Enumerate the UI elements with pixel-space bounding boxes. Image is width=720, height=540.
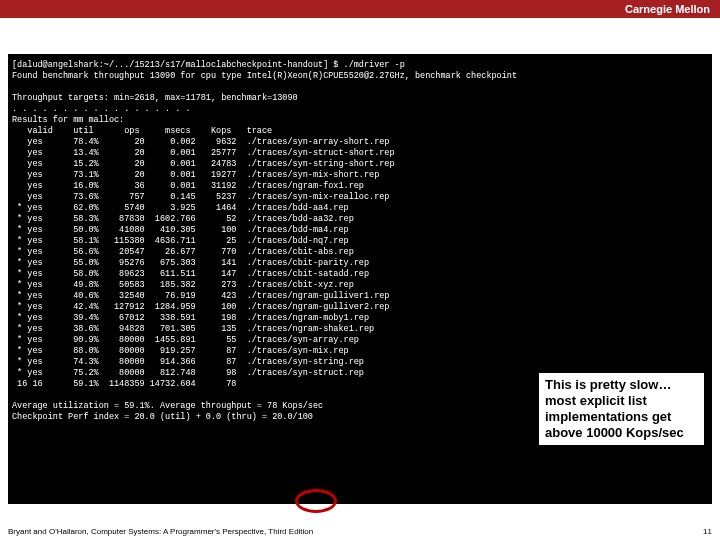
- term-line: * yes 42.4% 127912 1284.959 100 ./traces…: [12, 302, 389, 312]
- term-line: Checkpoint Perf index = 20.0 (util) + 0.…: [12, 412, 313, 422]
- term-line: * yes 56.6% 20547 26.677 770 ./traces/cb…: [12, 247, 354, 257]
- term-line: Throughput targets: min=2618, max=11781,…: [12, 93, 298, 103]
- term-line: * yes 39.4% 67012 338.591 198 ./traces/n…: [12, 313, 369, 323]
- term-line: 16 16 59.1% 1148359 14732.604 78: [12, 379, 236, 389]
- term-line: * yes 90.9% 80000 1455.891 55 ./traces/s…: [12, 335, 359, 345]
- term-line: yes 73.6% 757 0.145 5237 ./traces/syn-mi…: [12, 192, 389, 202]
- term-line: * yes 50.0% 41080 410.305 100 ./traces/b…: [12, 225, 349, 235]
- term-line: * yes 74.3% 80000 914.366 87 ./traces/sy…: [12, 357, 364, 367]
- term-line: Results for mm malloc:: [12, 115, 124, 125]
- term-line: yes 15.2% 20 0.001 24783 ./traces/syn-st…: [12, 159, 395, 169]
- term-line: yes 16.0% 36 0.001 31192 ./traces/ngram-…: [12, 181, 364, 191]
- term-line: * yes 88.0% 80000 919.257 87 ./traces/sy…: [12, 346, 349, 356]
- page-number: 11: [703, 527, 712, 536]
- term-line: * yes 58.3% 87830 1602.766 52 ./traces/b…: [12, 214, 354, 224]
- term-line: * yes 55.0% 95276 675.303 141 ./traces/c…: [12, 258, 369, 268]
- term-line: yes 73.1% 20 0.001 19277 ./traces/syn-mi…: [12, 170, 379, 180]
- term-line: * yes 58.0% 89623 611.511 147 ./traces/c…: [12, 269, 369, 279]
- term-line: valid util ops msecs Kops trace: [12, 126, 272, 136]
- term-line: * yes 75.2% 80000 812.748 98 ./traces/sy…: [12, 368, 364, 378]
- annotation-callout: This is pretty slow… most explicit list …: [539, 373, 704, 445]
- term-line: . . . . . . . . . . . . . . . . . .: [12, 104, 191, 114]
- footer-citation: Bryant and O'Hallaron, Computer Systems:…: [8, 527, 313, 536]
- brand-header: Carnegie Mellon: [0, 0, 720, 18]
- term-line: * yes 49.8% 50583 185.382 273 ./traces/c…: [12, 280, 354, 290]
- brand-text: Carnegie Mellon: [625, 3, 710, 15]
- term-line: * yes 58.1% 115380 4636.711 25 ./traces/…: [12, 236, 349, 246]
- term-line: * yes 38.6% 94828 701.305 135 ./traces/n…: [12, 324, 374, 334]
- term-line: yes 78.4% 20 0.002 9632 ./traces/syn-arr…: [12, 137, 389, 147]
- term-line: yes 13.4% 20 0.001 25777 ./traces/syn-st…: [12, 148, 395, 158]
- term-line: * yes 62.0% 5740 3.925 1464 ./traces/bdd…: [12, 203, 349, 213]
- slide-footer: Bryant and O'Hallaron, Computer Systems:…: [8, 527, 712, 536]
- term-line: Found benchmark throughput 13090 for cpu…: [12, 71, 517, 81]
- callout-text: This is pretty slow… most explicit list …: [545, 377, 684, 440]
- term-line: [dalud@angelshark:~/.../15213/s17/malloc…: [12, 60, 405, 70]
- term-line: * yes 40.6% 32540 76.919 423 ./traces/ng…: [12, 291, 389, 301]
- term-line: Average utilization = 59.1%. Average thr…: [12, 401, 323, 411]
